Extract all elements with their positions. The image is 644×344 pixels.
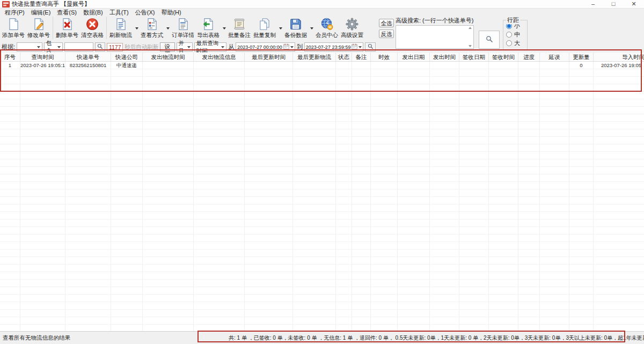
column-header-import-time[interactable]: 导入时间 bbox=[594, 53, 644, 61]
cell-progress bbox=[518, 310, 540, 317]
column-header-tracking-no[interactable]: 快递单号 bbox=[65, 53, 111, 61]
cell-sign-date bbox=[459, 302, 489, 310]
column-header-progress[interactable]: 进度 bbox=[518, 53, 540, 61]
member-center-button[interactable]: 会员中心 bbox=[314, 16, 339, 41]
add-number-button[interactable]: 添加单号 bbox=[1, 16, 26, 41]
column-header-query-time[interactable]: 查询时间 bbox=[20, 53, 65, 61]
menu-program[interactable]: 程序(P) bbox=[2, 9, 28, 17]
view-mode-dropdown-arrow[interactable] bbox=[165, 16, 171, 41]
cell-company bbox=[111, 295, 143, 302]
cell-company bbox=[111, 144, 143, 152]
cell-last-update-logistics bbox=[293, 310, 336, 317]
cell-sign-date bbox=[459, 137, 489, 144]
menu-bar: 程序(P)编辑(E)查看(S)数据(B)工具(T)公告(X)帮助(H) bbox=[0, 9, 644, 16]
refresh-logistics-button[interactable]: 刷新物流 bbox=[108, 16, 133, 41]
cell-delay bbox=[540, 137, 569, 144]
cell-delay bbox=[540, 242, 569, 250]
cell-status bbox=[336, 122, 352, 129]
line-spacing-medium[interactable]: 中 bbox=[506, 31, 520, 38]
column-header-seq[interactable]: 序号 bbox=[0, 53, 20, 61]
settings-button[interactable]: 设置 bbox=[160, 42, 174, 52]
table-row-empty bbox=[0, 137, 644, 144]
column-header-sign-date[interactable]: 签收日期 bbox=[459, 53, 489, 61]
menu-help[interactable]: 帮助(H) bbox=[158, 9, 184, 17]
cell-remark bbox=[352, 227, 371, 235]
advanced-search-button[interactable] bbox=[479, 31, 500, 49]
column-header-last-update-logistics[interactable]: 最后更新物流 bbox=[293, 53, 336, 61]
minimize-button[interactable]: – bbox=[583, 0, 603, 9]
batch-remark-button[interactable]: 批量备注 bbox=[227, 16, 252, 41]
filter-search-button[interactable] bbox=[95, 42, 106, 52]
order-detail-button[interactable]: 订单详情 bbox=[171, 16, 195, 41]
column-header-last-update-time[interactable]: 最后更新时间 bbox=[245, 53, 293, 61]
cell-sent-logistics-info bbox=[194, 144, 245, 152]
cell-sent-logistics-info bbox=[194, 92, 245, 99]
cell-update-count bbox=[569, 235, 594, 242]
menu-edit[interactable]: 编辑(E) bbox=[28, 9, 54, 17]
filter-from-datetime[interactable]: 2023-07-27 00:00:00 bbox=[236, 42, 295, 52]
cell-progress bbox=[518, 77, 540, 84]
filter-to-datetime[interactable]: 2023-07-27 23:59:59 bbox=[304, 42, 364, 52]
cell-company bbox=[111, 272, 143, 280]
select-all-button[interactable]: 全选 bbox=[379, 19, 394, 27]
advanced-settings-button[interactable]: 高级设置 bbox=[340, 16, 364, 41]
column-header-delay[interactable]: 延误 bbox=[540, 53, 569, 61]
cell-sent-logistics-info bbox=[194, 174, 245, 182]
cell-sent-logistics-info bbox=[194, 242, 245, 250]
column-header-remark[interactable]: 备注 bbox=[352, 53, 371, 61]
line-spacing-large[interactable]: 大 bbox=[506, 40, 520, 47]
menu-view[interactable]: 查看(S) bbox=[54, 9, 80, 17]
filter-keyword-input[interactable] bbox=[64, 42, 93, 52]
filter-field-select[interactable] bbox=[17, 42, 42, 52]
table-row-1[interactable]: 12023-07-26 19:05:188232562150801中通速递020… bbox=[0, 62, 644, 69]
column-header-sign-time[interactable]: 签收时间 bbox=[489, 53, 518, 61]
column-header-update-count[interactable]: 更新量 bbox=[569, 53, 594, 61]
cell-send-date bbox=[398, 317, 430, 325]
menu-notice[interactable]: 公告(X) bbox=[132, 9, 158, 17]
export-table-button[interactable]: 导出表格 bbox=[196, 16, 221, 41]
advanced-search-label: 高级搜索: (一行一个快递单号) bbox=[396, 17, 503, 25]
batch-copy-dropdown-arrow[interactable] bbox=[277, 16, 283, 41]
cell-query-time bbox=[20, 272, 65, 280]
menu-tools[interactable]: 工具(T) bbox=[106, 9, 132, 17]
column-header-company[interactable]: 快递公司 bbox=[111, 53, 143, 61]
filter-match-select[interactable]: 包含 bbox=[44, 42, 63, 52]
edit-number-button[interactable]: 修改单号 bbox=[26, 16, 51, 41]
view-mode-button[interactable]: 查看方式 bbox=[140, 16, 164, 41]
cell-sign-time bbox=[489, 242, 518, 250]
status-left-link[interactable]: 查看所有无物流信息的结果 bbox=[3, 334, 70, 342]
advanced-search-input[interactable] bbox=[396, 26, 467, 48]
filter-and-select[interactable]: 并且 bbox=[177, 42, 193, 52]
refresh-logistics-dropdown-arrow[interactable] bbox=[134, 16, 140, 41]
column-header-send-date[interactable]: 发出日期 bbox=[398, 53, 430, 61]
column-header-aging[interactable]: 时效 bbox=[371, 53, 398, 61]
cell-sign-date bbox=[459, 84, 489, 92]
column-header-send-time[interactable]: 发出时间 bbox=[430, 53, 459, 61]
cell-import-time bbox=[594, 92, 644, 99]
column-header-status[interactable]: 状态 bbox=[336, 53, 352, 61]
close-button[interactable]: ✕ bbox=[624, 0, 644, 9]
refresh-logistics-label: 刷新物流 bbox=[109, 32, 132, 39]
cell-import-time bbox=[594, 77, 644, 84]
clear-table-button[interactable]: 清空表格 bbox=[80, 16, 105, 41]
column-header-sent-logistics-time[interactable]: 发出物流时间 bbox=[143, 53, 194, 61]
backup-data-button[interactable]: 备份数据 bbox=[283, 16, 308, 41]
cell-tracking-no bbox=[65, 317, 111, 325]
cell-seq bbox=[0, 287, 20, 295]
export-table-dropdown-arrow[interactable] bbox=[221, 16, 227, 41]
batch-copy-button[interactable]: 批量复制 bbox=[252, 16, 277, 41]
delete-number-button[interactable]: 删除单号 bbox=[55, 16, 79, 41]
invert-select-button[interactable]: 反选 bbox=[379, 30, 394, 38]
cell-status bbox=[336, 182, 352, 189]
menu-data[interactable]: 数据(B) bbox=[80, 9, 106, 17]
cell-sign-date bbox=[459, 265, 489, 272]
backup-data-dropdown-arrow[interactable] bbox=[309, 16, 314, 41]
filter-date-search-button[interactable] bbox=[365, 42, 376, 52]
table-row-empty bbox=[0, 159, 644, 167]
filter-time-field-select[interactable]: 最后查询时间 bbox=[194, 42, 227, 52]
search-scrollbar[interactable] bbox=[467, 26, 473, 48]
maximize-button[interactable]: □ bbox=[603, 0, 624, 9]
cell-last-update-logistics bbox=[293, 114, 336, 122]
cell-sign-time bbox=[489, 257, 518, 265]
column-header-sent-logistics-info[interactable]: 发出物流信息 bbox=[194, 53, 245, 61]
